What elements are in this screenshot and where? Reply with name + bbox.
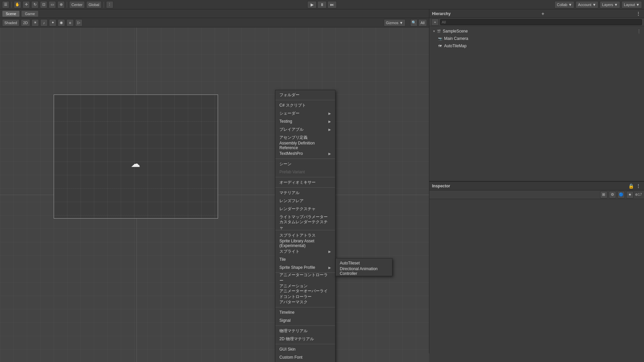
ctx-testing-arrow: ▶ <box>328 120 331 123</box>
ctx-shader[interactable]: シェーダー ▶ <box>275 109 335 117</box>
playback-controls: ▶ ⏸ ⏭ <box>307 1 337 8</box>
ctx-scene[interactable]: シーン <box>275 160 335 168</box>
move-tool[interactable]: ✛ <box>22 1 30 8</box>
ctx-avatarmask[interactable]: アバターマスク <box>275 298 335 306</box>
scene-icon: 🎬 <box>436 28 441 34</box>
ani-btn[interactable]: ▷ <box>75 19 83 26</box>
layers-button[interactable]: Layers ▼ <box>600 1 620 8</box>
skybox-btn[interactable]: ◉ <box>58 19 65 26</box>
hierarchy-panel: Hierarchy + ⋮ + ▼ 🎬 SampleScene ⋮ <box>429 9 644 181</box>
ctx-guiskin-label: GUI Skin <box>279 347 296 352</box>
ctx-rendertex[interactable]: レンダーテクスチャ <box>275 205 335 213</box>
ctx-audio[interactable]: オーディオミキサー <box>275 178 335 186</box>
ctx-prefab-label: Prefab Variant <box>279 170 305 174</box>
ctx-guiskin[interactable]: GUI Skin <box>275 345 335 353</box>
ctx-animoverride[interactable]: アニメーターオーバーライドコントローラー <box>275 290 335 298</box>
center-button[interactable]: Center <box>69 1 85 8</box>
ctx-folder[interactable]: フォルダー <box>275 91 335 99</box>
hand-tool[interactable]: ✋ <box>14 1 21 8</box>
ctx-material[interactable]: マテリアル <box>275 189 335 197</box>
all-filter[interactable]: All <box>418 19 427 26</box>
inspector-menu-btn[interactable]: ⋮ <box>635 183 641 189</box>
inspector-icon2[interactable]: ⚙ <box>609 191 616 198</box>
hierarchy-add-btn[interactable]: + <box>540 11 546 17</box>
ctx-sprite[interactable]: スプライト ▶ <box>275 247 335 255</box>
ctx-assembly-ref[interactable]: Assembly Definition Reference <box>275 141 335 149</box>
hierarchy-search-input[interactable] <box>440 19 642 25</box>
ctx-textmeshpro-arrow: ▶ <box>328 152 331 156</box>
scale-tool[interactable]: ⊡ <box>40 1 47 8</box>
ctx-timeline[interactable]: Timeline <box>275 308 335 316</box>
hierarchy-menu-btn[interactable]: ⋮ <box>635 11 641 17</box>
inspector-icon4[interactable]: ★ <box>626 191 634 198</box>
inspector-icon3[interactable]: 🔵 <box>618 191 625 198</box>
pause-button[interactable]: ⏸ <box>317 1 327 8</box>
ctx-physics-mat[interactable]: 物理マテリアル <box>275 327 335 335</box>
ctx-customfont[interactable]: Custom Font <box>275 353 335 361</box>
ctx-assembly-def-label: アセンブリ定義 <box>279 135 308 140</box>
fog-btn[interactable]: ≡ <box>66 19 74 26</box>
camera-label: Main Camera <box>444 36 468 41</box>
scene-canvas[interactable]: ☁ <box>0 27 429 362</box>
2d-button[interactable]: 2D <box>21 19 30 26</box>
ctx-material-label: マテリアル <box>279 190 300 196</box>
ctx-prefab: Prefab Variant <box>275 168 335 176</box>
collab-button[interactable]: Collab ▼ <box>554 1 574 8</box>
ctx-tile[interactable]: Tile <box>275 255 335 263</box>
submenu-autotileset[interactable]: AutoTileset <box>336 259 392 267</box>
rect-tool[interactable]: ▭ <box>49 1 56 8</box>
inspector-header: Inspector 🔒 ⋮ <box>429 182 644 190</box>
ctx-customrendertex[interactable]: カスタムレンダーテクスチャ <box>275 221 335 229</box>
shaded-dropdown[interactable]: Shaded <box>2 19 19 26</box>
scene-label: SampleScene <box>443 29 468 34</box>
ctx-physics2d-mat[interactable]: 2D 物理マテリアル <box>275 335 335 343</box>
extra-tool[interactable]: ⋮ <box>106 1 113 8</box>
hierarchy-content: ▼ 🎬 SampleScene ⋮ 📷 Main Camera 🗺 AutoTi… <box>429 26 644 181</box>
ctx-csharp[interactable]: C# スクリプト <box>275 101 335 109</box>
ctx-csharp-label: C# スクリプト <box>279 103 306 108</box>
rotate-tool[interactable]: ↻ <box>31 1 39 8</box>
hierarchy-scene-item[interactable]: ▼ 🎬 SampleScene ⋮ <box>429 27 644 35</box>
hierarchy-camera-item[interactable]: 📷 Main Camera <box>429 35 644 42</box>
step-button[interactable]: ⏭ <box>327 1 337 8</box>
hierarchy-tilemap-item[interactable]: 🗺 AutoTileMap <box>429 42 644 50</box>
ctx-playable[interactable]: プレイアブル ▶ <box>275 125 335 133</box>
ctx-spriteatlas[interactable]: スプライトアトラス <box>275 231 335 239</box>
scene-tab[interactable]: Scene <box>2 10 20 17</box>
ctx-sep0 <box>275 100 335 100</box>
separator2 <box>67 2 67 8</box>
inspector-toolbar: ⊞ ⚙ 🔵 ★ ⊕17 <box>429 190 644 199</box>
audio-btn[interactable]: ♪ <box>40 19 48 26</box>
ctx-textmeshpro[interactable]: TextMeshPro ▶ <box>275 149 335 158</box>
unity-menu-btn[interactable]: ☰ <box>2 1 9 8</box>
submenu-directional-anim-ctrl[interactable]: Directional Animation Controller <box>336 267 392 275</box>
submenu-directional-label: Directional Animation Controller <box>340 266 388 276</box>
ctx-audio-label: オーディオミキサー <box>279 180 316 185</box>
scene-expand-arrow: ▼ <box>432 29 436 33</box>
play-button[interactable]: ▶ <box>307 1 317 8</box>
layout-button[interactable]: Layout ▼ <box>622 1 642 8</box>
game-tab[interactable]: Game <box>21 10 39 17</box>
scene-menu-btn[interactable]: ⋮ <box>637 28 641 34</box>
inspector-icon1[interactable]: ⊞ <box>600 191 607 198</box>
search-icon[interactable]: 🔍 <box>410 19 418 26</box>
gizmos-dropdown[interactable]: Gizmos ▼ <box>384 19 406 26</box>
ctx-sep2 <box>275 177 335 177</box>
hier-add-btn[interactable]: + <box>431 18 439 26</box>
ctx-spritelibrary[interactable]: Sprite Library Asset (Experimental) <box>275 239 335 247</box>
ctx-animctrl[interactable]: アニメーターコントローラー <box>275 274 335 282</box>
ctx-testing-label: Testing <box>279 119 292 124</box>
ctx-lensflare[interactable]: レンズフレア <box>275 197 335 205</box>
lighting-btn[interactable]: ☀ <box>32 19 39 26</box>
ctx-spriteshape[interactable]: Sprite Shape Profile ▶ <box>275 263 335 272</box>
ctx-scene-label: シーン <box>279 161 291 167</box>
fx-btn[interactable]: ✦ <box>49 19 56 26</box>
inspector-lock-btn[interactable]: 🔒 <box>628 183 634 189</box>
ctx-signal[interactable]: Signal <box>275 316 335 324</box>
multi-tool[interactable]: ⊕ <box>57 1 65 8</box>
ctx-assembly-def[interactable]: アセンブリ定義 <box>275 133 335 141</box>
account-button[interactable]: Account ▼ <box>576 1 598 8</box>
ctx-testing[interactable]: Testing ▶ <box>275 117 335 125</box>
ctx-lensflare-label: レンズフレア <box>279 198 304 204</box>
global-button[interactable]: Global <box>86 1 102 8</box>
